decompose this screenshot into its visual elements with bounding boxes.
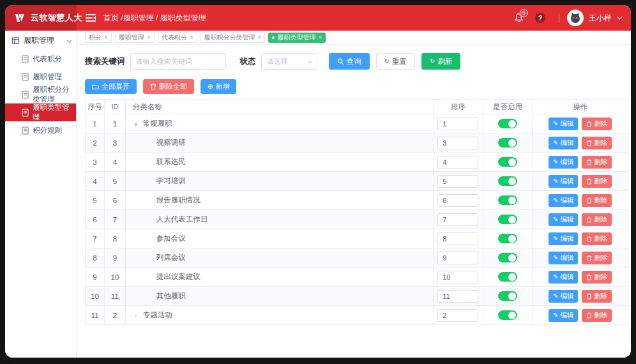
- refresh-button[interactable]: ↻ 刷新: [421, 53, 460, 70]
- close-icon[interactable]: ×: [190, 34, 193, 41]
- divider: [559, 13, 559, 23]
- delete-button[interactable]: 删除: [582, 156, 612, 169]
- status-select[interactable]: 请选择: [261, 53, 317, 70]
- delete-button[interactable]: 删除: [582, 271, 612, 284]
- delete-all-button[interactable]: 删除全部: [143, 79, 194, 94]
- tab[interactable]: 代表积分 ×: [158, 33, 197, 43]
- delete-button[interactable]: 删除: [582, 252, 612, 264]
- edit-button[interactable]: ✎ 编辑: [549, 118, 578, 130]
- sidebar-item-link[interactable]: 履职积分分类管理: [5, 86, 76, 103]
- edit-button[interactable]: ✎ 编辑: [549, 232, 578, 245]
- tab[interactable]: 履职积分分类管理 ×: [201, 33, 266, 43]
- enable-toggle[interactable]: [498, 291, 517, 301]
- sidebar-item-link[interactable]: 积分规则: [5, 121, 76, 139]
- delete-button[interactable]: 删除: [582, 194, 612, 207]
- enabled-cell: [483, 229, 533, 248]
- sort-input[interactable]: [437, 175, 478, 188]
- delete-button[interactable]: 删除: [582, 290, 612, 303]
- edit-button[interactable]: ✎ 编辑: [549, 271, 578, 284]
- delete-button[interactable]: 删除: [582, 232, 612, 245]
- enable-toggle[interactable]: [498, 138, 517, 148]
- actions-cell: ✎ 编辑 删除: [533, 191, 628, 209]
- edit-button[interactable]: ✎ 编辑: [549, 156, 578, 169]
- tab[interactable]: 履职管理 ×: [115, 33, 155, 43]
- tab[interactable]: 履职类型管理 ×: [268, 33, 326, 43]
- close-icon[interactable]: ×: [104, 34, 108, 41]
- actions-cell: ✎ 编辑 删除: [533, 248, 628, 267]
- enable-toggle[interactable]: [498, 119, 517, 128]
- add-button[interactable]: ⊕ 新增: [201, 79, 236, 94]
- delete-button[interactable]: 删除: [582, 118, 612, 130]
- screen-frame: 云软智慧人大 首页 /履职管理 / 履职类型管理 5 ?: [0, 0, 636, 364]
- edit-button[interactable]: ✎ 编辑: [549, 309, 578, 322]
- sort-input[interactable]: [437, 156, 478, 169]
- edit-button[interactable]: ✎ 编辑: [549, 213, 578, 226]
- id-cell: 7: [105, 210, 126, 229]
- enable-toggle[interactable]: [498, 253, 517, 262]
- tab-bar: 积分 × 履职管理 × 代表积分 × 履职积分分类管理 × 履职类型管理 ×: [77, 31, 631, 45]
- notification-button[interactable]: 5: [508, 5, 529, 31]
- expand-caret-icon[interactable]: ∨: [133, 121, 139, 127]
- sort-input[interactable]: [437, 232, 478, 245]
- category-name: 列席会议: [156, 253, 186, 262]
- name-cell: 参加会议: [126, 229, 434, 248]
- query-button[interactable]: 查询: [329, 53, 370, 70]
- sort-cell: [434, 172, 483, 190]
- name-cell: ∨ 常规履职: [126, 114, 434, 133]
- delete-button[interactable]: 删除: [582, 309, 612, 322]
- expand-caret-icon[interactable]: ›: [133, 312, 139, 319]
- enable-toggle[interactable]: [498, 310, 517, 320]
- sidebar-item-link[interactable]: 履职管理: [5, 68, 76, 86]
- enabled-cell: [483, 287, 533, 305]
- sort-input[interactable]: [437, 194, 478, 207]
- edit-button[interactable]: ✎ 编辑: [549, 175, 578, 188]
- delete-button[interactable]: 删除: [582, 137, 612, 149]
- sort-input[interactable]: [437, 290, 478, 303]
- edit-button[interactable]: ✎ 编辑: [549, 290, 578, 303]
- pencil-icon: ✎: [553, 197, 558, 204]
- sidebar-item-active[interactable]: 履职类型管理: [5, 103, 76, 121]
- status-select-value: 请选择: [267, 57, 288, 66]
- category-name: 提出议案建议: [156, 272, 201, 282]
- expand-all-button[interactable]: 全部展开: [85, 79, 137, 94]
- sidebar-item-link[interactable]: 代表积分: [5, 50, 76, 68]
- enable-toggle[interactable]: [498, 176, 517, 186]
- close-icon[interactable]: ×: [147, 34, 151, 41]
- chevron-down-icon[interactable]: [617, 14, 622, 19]
- edit-button[interactable]: ✎ 编辑: [549, 194, 578, 207]
- help-button[interactable]: ?: [529, 5, 551, 31]
- edit-button[interactable]: ✎ 编辑: [549, 137, 578, 149]
- delete-button[interactable]: 删除: [582, 175, 612, 188]
- name-cell: 报告履职情况: [126, 191, 434, 209]
- menu-collapse-icon[interactable]: [86, 14, 96, 22]
- trash-icon: [586, 121, 592, 127]
- sort-input[interactable]: [437, 118, 478, 130]
- sort-input[interactable]: [437, 309, 478, 322]
- enable-toggle[interactable]: [498, 215, 517, 224]
- tab[interactable]: 积分 ×: [85, 33, 112, 43]
- close-icon[interactable]: ×: [258, 34, 262, 41]
- name-cell: 其他履职: [126, 287, 434, 305]
- enable-toggle[interactable]: [498, 234, 517, 243]
- delete-button[interactable]: 删除: [582, 213, 612, 226]
- close-icon[interactable]: ×: [318, 34, 322, 41]
- edit-button[interactable]: ✎ 编辑: [549, 252, 578, 264]
- chevron-down-icon: [308, 59, 312, 63]
- enable-toggle[interactable]: [498, 157, 517, 167]
- reset-button[interactable]: ↻ 重置: [376, 53, 415, 70]
- enable-toggle[interactable]: [498, 272, 517, 282]
- keyword-input[interactable]: [130, 53, 226, 70]
- sidebar-group-lvzhi[interactable]: 履职管理: [5, 31, 76, 50]
- sort-input[interactable]: [437, 213, 478, 226]
- enabled-cell: [483, 114, 533, 133]
- user-name[interactable]: 王小样: [589, 13, 612, 24]
- avatar[interactable]: [567, 10, 584, 26]
- sort-input[interactable]: [437, 137, 478, 149]
- actions-cell: ✎ 编辑 删除: [533, 172, 628, 190]
- tab-label: 履职管理: [119, 33, 144, 42]
- sort-input[interactable]: [437, 252, 478, 264]
- sort-cell: [434, 268, 483, 286]
- name-cell: 视察调研: [126, 133, 434, 152]
- sort-input[interactable]: [437, 271, 478, 284]
- enable-toggle[interactable]: [498, 195, 517, 205]
